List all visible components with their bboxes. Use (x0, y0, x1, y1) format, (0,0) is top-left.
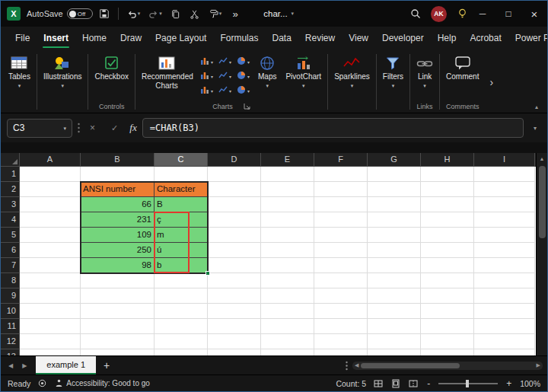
cell-H3[interactable] (421, 197, 474, 212)
cell-I3[interactable] (474, 197, 535, 212)
document-title-dropdown[interactable]: char... ▾ (257, 7, 300, 21)
scroll-up-icon[interactable]: ▲ (535, 155, 547, 164)
drag-dots-icon[interactable] (346, 361, 348, 371)
row-header-13[interactable]: 13 (1, 349, 20, 355)
row-header-2[interactable]: 2 (1, 182, 20, 197)
menu-tab-acrobat[interactable]: Acrobat (463, 27, 508, 49)
prev-sheet-button[interactable]: ◀ (4, 356, 18, 374)
cell-E2[interactable] (261, 182, 314, 197)
cell-E11[interactable] (261, 319, 314, 334)
cell-I12[interactable] (474, 334, 535, 349)
menu-tab-help[interactable]: Help (431, 27, 464, 49)
line-chart-button[interactable]: ▾ (218, 56, 232, 69)
cell-I5[interactable] (474, 228, 535, 243)
zoom-slider-thumb[interactable] (466, 380, 469, 387)
cell-I8[interactable] (474, 273, 535, 288)
cell-H9[interactable] (421, 288, 474, 304)
cell-I6[interactable] (474, 243, 535, 258)
menu-tab-view[interactable]: View (342, 27, 375, 49)
expand-formula-bar-button[interactable]: ▾ (529, 124, 541, 132)
cell-A2[interactable] (20, 182, 81, 197)
zoom-in-button[interactable]: + (505, 378, 513, 389)
cell-B11[interactable] (81, 319, 155, 334)
cell-G8[interactable] (368, 273, 421, 288)
cell-A4[interactable] (20, 212, 81, 228)
area-chart-button[interactable]: ▾ (218, 70, 232, 83)
cell-D4[interactable] (208, 212, 261, 228)
row-header-11[interactable]: 11 (1, 319, 20, 334)
cell-I7[interactable] (474, 258, 535, 273)
column-header-C[interactable]: C (155, 153, 208, 167)
enter-icon[interactable]: ✓ (107, 123, 123, 134)
column-header-H[interactable]: H (421, 153, 474, 167)
undo-button[interactable]: ▾ (125, 3, 143, 24)
cell-H2[interactable] (421, 182, 474, 197)
pie-chart-button[interactable]: ▾ (236, 56, 250, 69)
cell-G3[interactable] (368, 197, 421, 212)
cell-H13[interactable] (421, 349, 474, 355)
vertical-scroll-thumb[interactable] (539, 166, 546, 238)
vertical-scrollbar[interactable]: ▲ (536, 153, 547, 355)
cell-B10[interactable] (81, 304, 155, 319)
cell-F5[interactable] (314, 228, 368, 243)
cell-D11[interactable] (208, 319, 261, 334)
cell-C6[interactable]: ú (155, 243, 208, 258)
cell-B5[interactable]: 109 (81, 228, 155, 243)
cell-F9[interactable] (314, 288, 368, 304)
save-button[interactable] (97, 3, 112, 24)
cell-A1[interactable] (20, 167, 81, 182)
autosave-toggle[interactable]: Off (67, 8, 93, 19)
page-break-view-button[interactable] (408, 378, 419, 389)
cell-G4[interactable] (368, 212, 421, 228)
fill-handle[interactable] (206, 271, 210, 276)
count-status[interactable]: Count: 5 (336, 379, 366, 388)
cell-A5[interactable] (20, 228, 81, 243)
new-sheet-button[interactable]: + (96, 356, 117, 374)
cell-D6[interactable] (208, 243, 261, 258)
collapse-ribbon-button[interactable]: ▴ (530, 103, 543, 111)
accessibility-status[interactable]: Accessibility: Good to go (54, 378, 151, 388)
cell-G1[interactable] (368, 167, 421, 182)
bar-chart-button[interactable]: ▾ (199, 70, 214, 83)
cell-I11[interactable] (474, 319, 535, 334)
cell-B6[interactable]: 250 (81, 243, 155, 258)
cell-H10[interactable] (421, 304, 474, 319)
ideas-button[interactable] (454, 3, 470, 24)
menu-tab-draw[interactable]: Draw (113, 27, 148, 49)
cell-F4[interactable] (314, 212, 368, 228)
cell-F7[interactable] (314, 258, 368, 273)
checkbox-button[interactable]: Checkbox (90, 51, 132, 81)
surface-chart-button[interactable]: ▾ (218, 84, 232, 97)
cell-A8[interactable] (20, 273, 81, 288)
cell-A6[interactable] (20, 243, 81, 258)
cell-B8[interactable] (81, 273, 155, 288)
row-header-9[interactable]: 9 (1, 288, 20, 304)
column-header-A[interactable]: A (20, 153, 81, 167)
cell-G10[interactable] (368, 304, 421, 319)
next-sheet-button[interactable]: ▶ (18, 356, 31, 374)
cell-F11[interactable] (314, 319, 368, 334)
combo-chart-button[interactable]: ▾ (199, 84, 214, 97)
copy-button[interactable] (168, 3, 183, 24)
redo-button[interactable]: ▾ (146, 3, 164, 24)
cut-button[interactable] (187, 3, 202, 24)
scatter-chart-button[interactable]: ▾ (236, 70, 250, 83)
cell-E1[interactable] (261, 167, 314, 182)
cell-G7[interactable] (368, 258, 421, 273)
normal-view-button[interactable] (373, 378, 384, 389)
cell-G11[interactable] (368, 319, 421, 334)
cell-H8[interactable] (421, 273, 474, 288)
cell-B3[interactable]: 66 (81, 197, 155, 212)
row-header-10[interactable]: 10 (1, 304, 20, 319)
cell-H4[interactable] (421, 212, 474, 228)
cell-A9[interactable] (20, 288, 81, 304)
cell-C3[interactable]: B (155, 197, 208, 212)
cell-I2[interactable] (474, 182, 535, 197)
cell-C13[interactable] (155, 349, 208, 355)
cell-I10[interactable] (474, 304, 535, 319)
cell-F6[interactable] (314, 243, 368, 258)
column-header-B[interactable]: B (81, 153, 155, 167)
cell-I4[interactable] (474, 212, 535, 228)
excel-logo-icon[interactable]: X (7, 7, 21, 21)
cell-G9[interactable] (368, 288, 421, 304)
